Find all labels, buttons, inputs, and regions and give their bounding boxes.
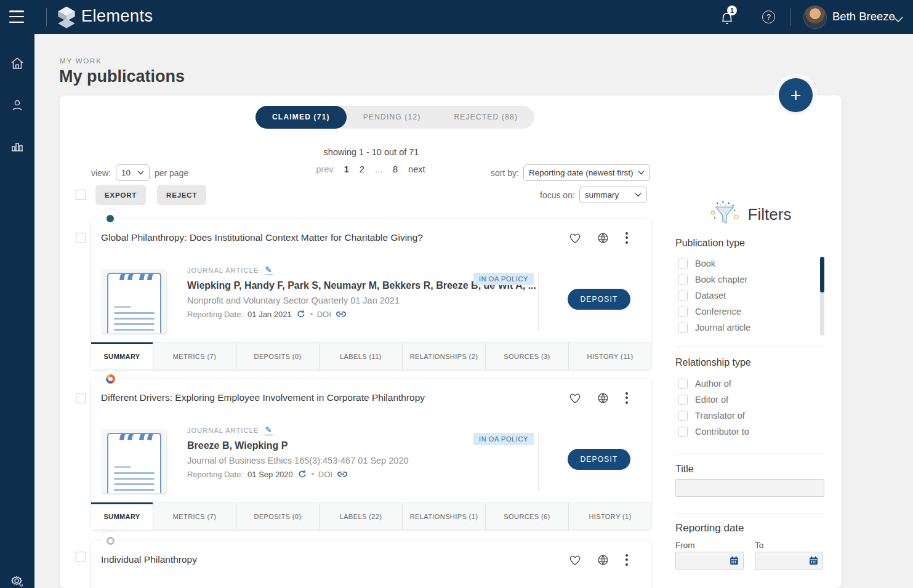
export-button[interactable]: EXPORT xyxy=(95,185,146,205)
globe-icon[interactable] xyxy=(597,392,609,405)
calendar-icon[interactable] xyxy=(729,555,739,566)
sidebar-item-profile[interactable] xyxy=(0,92,34,119)
filter-checkbox-contributor-to[interactable] xyxy=(678,427,688,437)
publication-title[interactable]: Different Drivers: Exploring Employee In… xyxy=(101,392,568,403)
filter-scrollbar-thumb[interactable] xyxy=(820,257,824,292)
publication-title[interactable]: Individual Philanthropy xyxy=(101,554,568,565)
globe-icon[interactable] xyxy=(597,554,609,566)
card-tab-bar: SUMMARY METRICS (7) DEPOSITS (0) LABELS … xyxy=(91,502,651,530)
tab-history[interactable]: HISTORY (1) xyxy=(568,503,651,530)
reporting-date-label: Reporting Date: xyxy=(187,470,243,479)
per-page-select[interactable]: 10 xyxy=(116,164,150,181)
globe-icon[interactable] xyxy=(597,232,609,244)
reject-button[interactable]: REJECT xyxy=(157,185,206,205)
filter-checkbox-translator-of[interactable] xyxy=(678,411,688,421)
pagination-page-2[interactable]: 2 xyxy=(360,164,364,174)
filter-checkbox-conference[interactable] xyxy=(678,307,688,316)
deposit-button[interactable]: DEPOSIT xyxy=(568,449,630,470)
user-menu[interactable]: Beth Breeze xyxy=(832,10,895,23)
pagination-prev[interactable]: prev xyxy=(316,164,334,174)
filter-scrollbar[interactable] xyxy=(820,257,824,336)
from-label: From xyxy=(675,541,695,550)
left-sidebar xyxy=(0,34,34,588)
tab-history[interactable]: HISTORY (11) xyxy=(568,343,651,369)
chevron-down-icon[interactable] xyxy=(893,14,903,25)
reporting-date-to-input[interactable] xyxy=(755,552,823,570)
publication-title[interactable]: Global Philanthropy: Does Institutional … xyxy=(101,232,568,243)
to-label: To xyxy=(755,541,763,550)
tab-relationships[interactable]: RELATIONSHIPS (1) xyxy=(402,503,485,530)
tab-pending[interactable]: PENDING (12) xyxy=(347,106,438,129)
publication-card: Different Drivers: Exploring Employee In… xyxy=(91,379,651,530)
tab-relationships[interactable]: RELATIONSHIPS (2) xyxy=(402,343,485,369)
filter-checkbox-dataset[interactable] xyxy=(678,291,688,300)
filter-checkbox-author-of[interactable] xyxy=(678,379,688,389)
filter-checkbox-book-chapter[interactable] xyxy=(678,275,688,284)
favourite-heart-icon[interactable] xyxy=(568,392,582,404)
document-thumbnail: ““ xyxy=(101,429,166,493)
add-publication-button[interactable]: + xyxy=(779,78,813,112)
edit-icon[interactable]: ✎ xyxy=(265,425,273,435)
deposit-button[interactable]: DEPOSIT xyxy=(568,289,630,310)
hamburger-menu-icon[interactable] xyxy=(9,10,24,23)
select-all-checkbox[interactable] xyxy=(76,190,86,200)
card-header: Different Drivers: Exploring Employee In… xyxy=(91,379,651,417)
row-checkbox[interactable] xyxy=(76,233,86,243)
venue: Journal of Business Ethics 165(3):453-46… xyxy=(187,456,409,465)
title-filter-input[interactable] xyxy=(675,479,824,497)
card-body: ““ JOURNAL ARTICLE ✎ Wiepking P, Handy F… xyxy=(101,265,651,340)
edit-icon[interactable]: ✎ xyxy=(265,265,273,275)
sidebar-item-home[interactable] xyxy=(0,50,34,77)
tab-sources[interactable]: SOURCES (3) xyxy=(485,343,568,369)
favourite-heart-icon[interactable] xyxy=(568,232,582,244)
tab-labels[interactable]: LABELS (22) xyxy=(319,503,402,530)
filter-checkbox-journal-article[interactable] xyxy=(678,323,688,332)
row-checkbox[interactable] xyxy=(76,393,86,403)
help-icon[interactable]: ? xyxy=(762,10,775,23)
focus-label: focus on: xyxy=(540,190,575,200)
filter-option-label: Book xyxy=(695,259,715,268)
sort-select[interactable]: Reporting date (newest first) xyxy=(523,164,650,181)
focus-select[interactable]: summary xyxy=(579,187,647,203)
tab-metrics[interactable]: METRICS (7) xyxy=(153,343,236,369)
refresh-icon[interactable] xyxy=(297,469,307,479)
sidebar-item-settings[interactable] xyxy=(0,568,34,588)
calendar-icon[interactable] xyxy=(808,555,819,566)
results-count: showing 1 - 10 out of 71 xyxy=(91,147,651,157)
pagination: prev 1 2 ... 8 next xyxy=(263,164,478,174)
view-label: view: xyxy=(91,168,111,178)
tab-deposits[interactable]: DEPOSITS (0) xyxy=(236,343,319,369)
tab-deposits[interactable]: DEPOSITS (0) xyxy=(236,503,319,530)
filter-checkbox-book[interactable] xyxy=(678,259,688,268)
refresh-icon[interactable] xyxy=(296,309,306,319)
sidebar-item-reports[interactable] xyxy=(0,133,34,160)
tab-summary[interactable]: SUMMARY xyxy=(91,503,153,530)
favourite-heart-icon[interactable] xyxy=(568,554,582,566)
doi-link-icon[interactable] xyxy=(336,310,347,318)
app-title: Elements xyxy=(81,7,153,26)
tab-labels[interactable]: LABELS (11) xyxy=(319,343,402,369)
doi-link-icon[interactable] xyxy=(337,470,348,478)
tab-claimed[interactable]: CLAIMED (71) xyxy=(255,106,347,129)
tab-metrics[interactable]: METRICS (7) xyxy=(153,503,236,530)
pagination-next[interactable]: next xyxy=(408,164,425,174)
pagination-page-1[interactable]: 1 xyxy=(344,164,349,174)
reporting-date-from-input[interactable] xyxy=(675,552,744,570)
kebab-menu-icon[interactable] xyxy=(624,391,629,405)
filter-checkbox-editor-of[interactable] xyxy=(678,395,688,405)
chevron-down-icon xyxy=(635,193,642,197)
main-content: MY WORK My publications + CLAIMED (71) P… xyxy=(34,34,913,588)
pagination-page-8[interactable]: 8 xyxy=(393,164,398,174)
kebab-menu-icon[interactable] xyxy=(624,231,629,245)
tab-sources[interactable]: SOURCES (6) xyxy=(485,503,568,530)
focus-control: focus on: summary xyxy=(540,187,647,203)
user-avatar[interactable] xyxy=(804,6,826,28)
tab-rejected[interactable]: REJECTED (88) xyxy=(438,106,535,129)
separator-dot xyxy=(312,473,314,475)
per-page-label: per page xyxy=(155,168,188,178)
row-checkbox[interactable] xyxy=(76,552,86,562)
tab-summary[interactable]: SUMMARY xyxy=(91,343,153,369)
separator-dot xyxy=(310,313,313,315)
kebab-menu-icon[interactable] xyxy=(624,553,629,567)
relationship-type-heading: Relationship type xyxy=(675,357,751,368)
